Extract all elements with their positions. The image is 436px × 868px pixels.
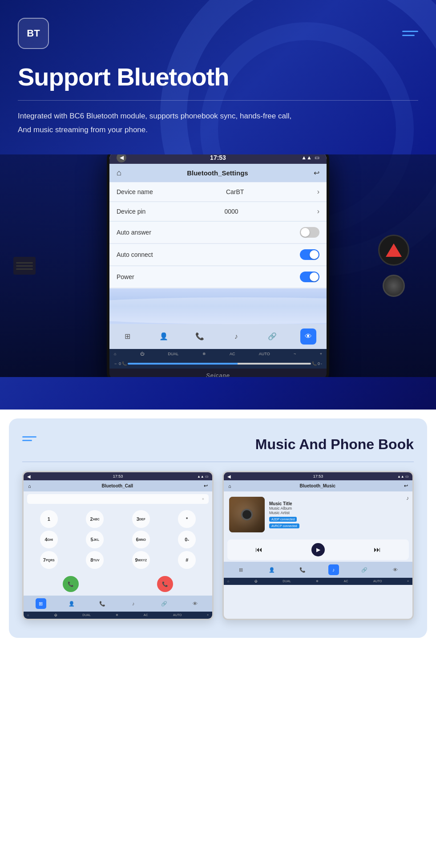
music-back-btn[interactable]: ↩ [404, 483, 408, 489]
bottom-home[interactable]: ⌂ [114, 352, 116, 356]
music-section: Music And Phone Book ◀ 17:53 ▲▲ ▭ ⌂ Blue… [9, 418, 427, 638]
hazard-button[interactable] [378, 235, 409, 266]
call-search-box[interactable]: × [27, 494, 209, 504]
bt-logo: BT [18, 18, 49, 49]
right-knob[interactable] [383, 275, 405, 297]
bottom-fan[interactable]: ~ [294, 352, 296, 356]
call-bottom-power[interactable]: ⏻ [54, 613, 57, 617]
screen-device: ◀ 17:53 ▲▲ ▭ ⌂ Bluetooth_Settings ↩ [107, 154, 329, 377]
music-screen: ◀ 17:53 ▲▲ ▭ ⌂ Bluetooth_Music ↩ ♪ Music… [222, 471, 414, 620]
next-button[interactable]: ⏭ [374, 546, 381, 554]
dial-4[interactable]: 4GHI [40, 531, 58, 548]
prev-button[interactable]: ⏮ [255, 546, 262, 554]
call-bottom-vol[interactable]: + [207, 613, 209, 617]
music-nav-music[interactable]: ♪ [328, 564, 339, 575]
screen-titlebar: ⌂ Bluetooth_Settings ↩ [109, 164, 327, 182]
dial-1[interactable]: 1 [40, 510, 58, 528]
music-bottom-power[interactable]: ⏻ [254, 580, 258, 583]
dial-3[interactable]: 3DEF [132, 510, 150, 528]
call-bottom-snow[interactable]: ❄ [116, 613, 118, 617]
nav-eye-icon[interactable]: 👁 [300, 329, 316, 345]
call-home-icon[interactable]: ⌂ [28, 483, 31, 489]
call-bottom-auto: AUTO [173, 613, 182, 617]
call-back-arrow[interactable]: ◀ [27, 474, 31, 479]
nav-user-icon[interactable]: 👤 [156, 329, 172, 345]
call-bottom-ac[interactable]: AC [144, 613, 148, 617]
bottom-back[interactable]: ← [114, 361, 118, 366]
call-bottom-bar: ⌂ ⏻ DUAL ❄ AC AUTO + [24, 612, 212, 619]
music-bottom-ac[interactable]: AC [344, 580, 348, 583]
recall-button[interactable]: 📞 [157, 576, 173, 592]
music-nav-phone[interactable]: 📞 [297, 564, 308, 575]
call-actions: 📞 📞 [24, 572, 212, 596]
music-menu-button[interactable] [22, 436, 36, 441]
music-nav-user[interactable]: 👤 [266, 564, 277, 575]
device-pin-label: Device pin [117, 208, 145, 215]
nav-link-icon[interactable]: 🔗 [264, 329, 280, 345]
dial-6[interactable]: 6MNO [132, 531, 150, 548]
music-bottom-vol[interactable]: + [407, 580, 409, 583]
bottom-ac[interactable]: AC [230, 352, 235, 356]
music-screens-row: ◀ 17:53 ▲▲ ▭ ⌂ Bluetooth_Call ↩ × 1 2ABC… [22, 471, 414, 620]
music-nav-link[interactable]: 🔗 [359, 564, 370, 575]
music-nav-eye[interactable]: 👁 [390, 564, 400, 575]
call-nav-user[interactable]: 👤 [66, 598, 77, 609]
call-back-btn[interactable]: ↩ [204, 483, 208, 489]
music-back-arrow[interactable]: ◀ [227, 474, 231, 479]
bottom-power[interactable]: ⏻ [140, 352, 144, 356]
device-pin-arrow[interactable]: › [317, 207, 319, 215]
nav-grid-icon[interactable]: ⊞ [120, 329, 136, 345]
menu-button[interactable] [402, 31, 418, 36]
auto-connect-toggle[interactable] [300, 249, 319, 260]
nav-phone-icon[interactable]: 📞 [192, 329, 208, 345]
dial-hash[interactable]: # [178, 551, 196, 569]
call-nav-grid[interactable]: ⊞ [36, 598, 46, 609]
statusbar-back[interactable]: ◀ [117, 154, 126, 162]
auto-answer-toggle[interactable] [300, 227, 319, 238]
badge-row: A2DP connected [269, 517, 407, 522]
bottom-phone2[interactable]: 📞 [122, 361, 127, 366]
call-bottom-home[interactable]: ⌂ [27, 613, 29, 617]
car-mockup: ◀ 17:53 ▲▲ ▭ ⌂ Bluetooth_Settings ↩ [0, 154, 436, 377]
power-toggle[interactable] [300, 272, 319, 282]
screen-wave [109, 288, 327, 324]
dial-9[interactable]: 9WXYZ [132, 551, 150, 569]
device-name-label: Device name [117, 188, 153, 195]
call-search-clear[interactable]: × [202, 497, 204, 501]
device-name-arrow[interactable]: › [317, 188, 319, 196]
car-right-panel [378, 235, 409, 297]
call-nav-phone[interactable]: 📞 [97, 598, 108, 609]
signal-icon: ▲▲ [301, 154, 312, 161]
bottom-zero2: 0 [318, 361, 320, 366]
dial-star[interactable]: * [178, 510, 196, 528]
music-home-icon[interactable]: ⌂ [228, 483, 231, 489]
music-ham-line-2 [22, 440, 32, 441]
bottom-voldown[interactable]: - [321, 361, 322, 366]
bottom-snow[interactable]: ❄ [202, 352, 206, 356]
back-button[interactable]: ↩ [314, 169, 319, 177]
dial-8[interactable]: 8TUV [86, 551, 104, 569]
bottom-phone3[interactable]: 📞 [312, 361, 317, 366]
music-bottom-home[interactable]: ⌂ [227, 580, 229, 583]
screen-time: 17:53 [210, 154, 226, 161]
call-button[interactable]: 📞 [63, 576, 79, 592]
call-nav-eye[interactable]: 👁 [190, 598, 200, 609]
music-status-icons: ▲▲ ▭ [397, 475, 409, 479]
nav-music-icon[interactable]: ♪ [228, 329, 244, 345]
track-title: Music Title [269, 501, 407, 506]
dial-7[interactable]: 7PQRS [40, 551, 58, 569]
call-titlebar: ⌂ Bluetooth_Call ↩ [24, 480, 212, 491]
call-nav-music[interactable]: ♪ [128, 598, 139, 609]
dial-2[interactable]: 2ABC [86, 510, 104, 528]
home-icon[interactable]: ⌂ [117, 168, 121, 178]
bottom-volup[interactable]: + [320, 352, 322, 356]
music-divider [22, 462, 414, 462]
dial-0[interactable]: 0- [178, 531, 196, 548]
call-nav-link[interactable]: 🔗 [159, 598, 170, 609]
music-nav-grid[interactable]: ⊞ [236, 564, 246, 575]
auto-answer-label: Auto answer [117, 229, 151, 236]
bt-logo-text: BT [27, 28, 40, 39]
music-bottom-snow[interactable]: ❄ [316, 580, 319, 583]
dial-5[interactable]: 5JKL [86, 531, 104, 548]
play-button[interactable]: ▶ [311, 543, 325, 556]
